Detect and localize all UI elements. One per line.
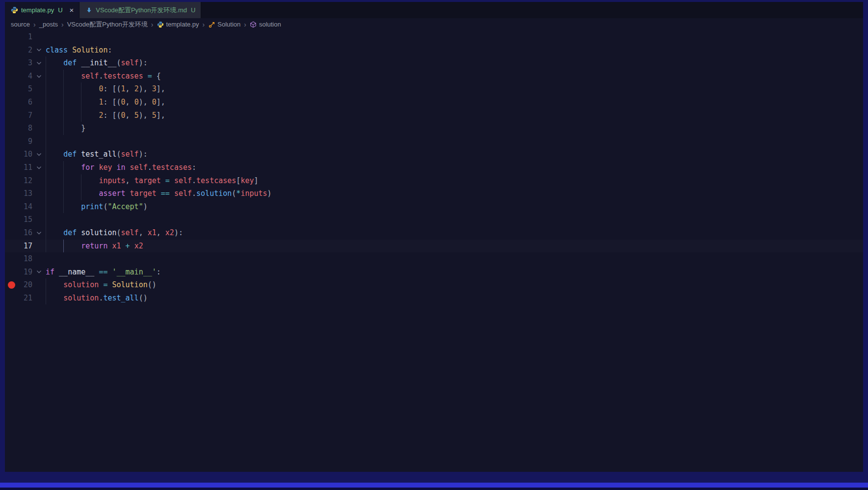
breakpoint-margin[interactable] (5, 30, 18, 44)
code-line-11[interactable]: 11 for key in self.testcases: (5, 161, 863, 174)
fold-chevron-icon[interactable] (32, 70, 46, 83)
vscode-window: template.py U × VScode配置Python开发环境.md U … (5, 2, 863, 472)
code-text: if __name__ == '__main__': (46, 266, 161, 279)
breakpoint-margin[interactable] (5, 200, 18, 214)
breakpoint-margin[interactable] (5, 240, 18, 253)
code-line-4[interactable]: 4 self.testcases = { (5, 70, 863, 83)
breadcrumb-item-solution-class[interactable]: Solution (208, 21, 240, 28)
line-number[interactable]: 8 (18, 122, 32, 135)
line-number[interactable]: 13 (18, 187, 32, 200)
line-number[interactable]: 15 (18, 213, 32, 226)
breadcrumb-item-posts[interactable]: _posts (39, 21, 58, 28)
line-number[interactable]: 4 (18, 70, 32, 83)
code-line-3[interactable]: 3 def __init__(self): (5, 56, 863, 70)
code-line-18[interactable]: 18 (5, 252, 863, 266)
code-text: solution = Solution() (46, 278, 157, 292)
breadcrumb-item-solution-method[interactable]: solution (250, 21, 281, 28)
line-number[interactable]: 12 (18, 174, 32, 188)
indent-guide (63, 240, 64, 253)
breakpoint-margin[interactable] (5, 187, 18, 200)
indent-guide (63, 187, 64, 200)
chevron-right-icon: › (244, 21, 246, 28)
code-line-8[interactable]: 8 } (5, 122, 863, 135)
line-number[interactable]: 7 (18, 109, 32, 122)
untracked-badge: U (58, 6, 62, 14)
breakpoint-margin[interactable] (5, 109, 18, 122)
code-line-7[interactable]: 7 2: [(0, 5), 5], (5, 109, 863, 122)
breakpoint-margin[interactable] (5, 122, 18, 135)
breakpoint-margin[interactable] (5, 70, 18, 83)
fold-chevron-icon[interactable] (32, 266, 46, 279)
line-number[interactable]: 6 (18, 96, 32, 109)
fold-margin (32, 252, 46, 266)
breakpoint-margin[interactable] (5, 226, 18, 240)
line-number[interactable]: 17 (18, 240, 32, 253)
breakpoint-margin[interactable] (5, 252, 18, 266)
code-line-14[interactable]: 14 print("Accept") (5, 200, 863, 214)
code-line-6[interactable]: 6 1: [(0, 0), 0], (5, 96, 863, 109)
indent-guide (81, 109, 81, 122)
line-number[interactable]: 5 (18, 82, 32, 96)
code-line-9[interactable]: 9 (5, 135, 863, 148)
code-line-17[interactable]: 17 return x1 + x2 (5, 240, 863, 253)
fold-chevron-icon[interactable] (32, 161, 46, 174)
breakpoint-margin[interactable] (5, 266, 18, 279)
breakpoint-margin[interactable] (5, 135, 18, 148)
code-text: assert target == self.solution(*inputs) (46, 187, 272, 200)
tab-template-py[interactable]: template.py U × (5, 2, 79, 18)
code-text: 0: [(1, 2), 3], (46, 82, 165, 96)
breadcrumb-item-template-py[interactable]: template.py (157, 21, 199, 28)
breadcrumb-item-vscode-python-folder[interactable]: VScode配置Python开发环境 (67, 20, 148, 29)
code-line-5[interactable]: 5 0: [(1, 2), 3], (5, 82, 863, 96)
line-number[interactable]: 14 (18, 200, 32, 214)
breakpoint-margin[interactable] (5, 44, 18, 57)
code-area: 12class Solution:3 def __init__(self):4 … (5, 30, 863, 472)
breakpoint-icon[interactable] (5, 278, 18, 292)
line-number[interactable]: 3 (18, 56, 32, 70)
close-icon[interactable]: × (70, 6, 74, 14)
breakpoint-margin[interactable] (5, 161, 18, 174)
fold-chevron-icon[interactable] (32, 148, 46, 161)
breakpoint-margin[interactable] (5, 148, 18, 161)
code-line-13[interactable]: 13 assert target == self.solution(*input… (5, 187, 863, 200)
indent-guide (46, 200, 46, 214)
line-number[interactable]: 21 (18, 292, 32, 305)
line-number[interactable]: 10 (18, 148, 32, 161)
indent-guide (63, 174, 64, 188)
code-line-12[interactable]: 12 inputs, target = self.testcases[key] (5, 174, 863, 188)
code-line-10[interactable]: 10 def test_all(self): (5, 148, 863, 161)
indent-guide (63, 122, 64, 135)
code-line-16[interactable]: 16 def solution(self, x1, x2): (5, 226, 863, 240)
line-number[interactable]: 11 (18, 161, 32, 174)
line-number[interactable]: 1 (18, 30, 32, 44)
tab-markdown-file[interactable]: VScode配置Python开发环境.md U (79, 2, 201, 18)
breakpoint-margin[interactable] (5, 213, 18, 226)
line-number[interactable]: 20 (18, 278, 32, 292)
line-number[interactable]: 18 (18, 252, 32, 266)
breakpoint-margin[interactable] (5, 96, 18, 109)
fold-chevron-icon[interactable] (32, 44, 46, 57)
breakpoint-margin[interactable] (5, 56, 18, 70)
breadcrumb: source › _posts › VScode配置Python开发环境 › t… (5, 18, 863, 30)
line-number[interactable]: 16 (18, 226, 32, 240)
breadcrumb-label: source (11, 21, 30, 28)
line-number[interactable]: 2 (18, 44, 32, 57)
breadcrumb-item-source[interactable]: source (11, 21, 30, 28)
fold-chevron-icon[interactable] (32, 226, 46, 240)
line-number[interactable]: 9 (18, 135, 32, 148)
code-text: for key in self.testcases: (46, 161, 196, 174)
code-line-2[interactable]: 2class Solution: (5, 44, 863, 57)
code-line-1[interactable]: 1 (5, 30, 863, 44)
breakpoint-margin[interactable] (5, 82, 18, 96)
fold-chevron-icon[interactable] (32, 56, 46, 70)
code-line-20[interactable]: 20 solution = Solution() (5, 278, 863, 292)
code-line-21[interactable]: 21 solution.test_all() (5, 292, 863, 305)
fold-margin (32, 278, 46, 292)
line-number[interactable]: 19 (18, 266, 32, 279)
breakpoint-margin[interactable] (5, 292, 18, 305)
code-line-19[interactable]: 19if __name__ == '__main__': (5, 266, 863, 279)
indent-guide (46, 213, 46, 226)
code-line-15[interactable]: 15 (5, 213, 863, 226)
code-text: inputs, target = self.testcases[key] (46, 174, 259, 188)
breakpoint-margin[interactable] (5, 174, 18, 188)
